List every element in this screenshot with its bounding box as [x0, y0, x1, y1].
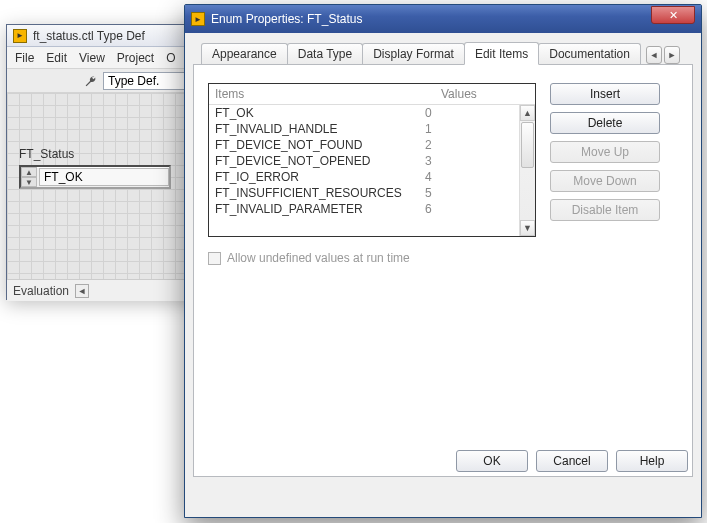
side-buttons: Insert Delete Move Up Move Down Disable … — [550, 83, 660, 221]
allow-undefined-row[interactable]: Allow undefined values at run time — [208, 251, 678, 265]
ok-button[interactable]: OK — [456, 450, 528, 472]
tab-spinner[interactable]: ◄ ► — [646, 46, 680, 64]
tab-edit-items[interactable]: Edit Items — [464, 42, 539, 65]
tab-spin-left-icon[interactable]: ◄ — [646, 46, 662, 64]
items-header-items: Items — [209, 84, 435, 104]
scroll-left-icon[interactable]: ◄ — [75, 284, 89, 298]
table-row: FT_DEVICE_NOT_FOUND2 — [209, 137, 519, 153]
items-header-values: Values — [435, 84, 535, 104]
menu-file[interactable]: File — [15, 51, 34, 65]
menu-truncated[interactable]: O — [166, 51, 175, 65]
menu-view[interactable]: View — [79, 51, 105, 65]
table-row: FT_DEVICE_NOT_OPENED3 — [209, 153, 519, 169]
disable-item-button[interactable]: Disable Item — [550, 199, 660, 221]
table-row: FT_INVALID_HANDLE1 — [209, 121, 519, 137]
tab-page-edit-items: Items Values FT_OK0 FT_INVALID_HANDLE1 F… — [193, 65, 693, 477]
enum-dec-icon[interactable]: ▼ — [21, 177, 37, 187]
table-row: FT_INSUFFICIENT_RESOURCES5 — [209, 185, 519, 201]
items-scrollbar[interactable]: ▲ ▼ — [519, 105, 535, 236]
typedef-title: ft_status.ctl Type Def — [33, 29, 145, 43]
table-row: FT_IO_ERROR4 — [209, 169, 519, 185]
items-listbox[interactable]: Items Values FT_OK0 FT_INVALID_HANDLE1 F… — [208, 83, 536, 237]
help-button[interactable]: Help — [616, 450, 688, 472]
dialog-body: Appearance Data Type Display Format Edit… — [193, 41, 693, 509]
menu-edit[interactable]: Edit — [46, 51, 67, 65]
labview-icon — [13, 29, 27, 43]
scroll-up-icon[interactable]: ▲ — [520, 105, 535, 121]
close-button[interactable]: ✕ — [651, 6, 695, 24]
enum-properties-dialog: Enum Properties: FT_Status ✕ Appearance … — [184, 4, 702, 518]
typedef-mode-label: Type Def. — [108, 74, 159, 88]
allow-undefined-checkbox[interactable] — [208, 252, 221, 265]
enum-inc-icon[interactable]: ▲ — [21, 167, 37, 177]
enum-control-value[interactable]: FT_OK — [39, 168, 169, 186]
dialog-title: Enum Properties: FT_Status — [211, 12, 362, 26]
tab-spin-right-icon[interactable]: ► — [664, 46, 680, 64]
labview-icon — [191, 12, 205, 26]
close-icon: ✕ — [669, 9, 678, 22]
tab-display-format[interactable]: Display Format — [362, 43, 465, 64]
table-row: FT_INVALID_PARAMETER6 — [209, 201, 519, 217]
cancel-button[interactable]: Cancel — [536, 450, 608, 472]
tab-documentation[interactable]: Documentation — [538, 43, 641, 64]
enum-incdec[interactable]: ▲ ▼ — [21, 167, 37, 187]
allow-undefined-label: Allow undefined values at run time — [227, 251, 410, 265]
items-rows[interactable]: FT_OK0 FT_INVALID_HANDLE1 FT_DEVICE_NOT_… — [209, 105, 519, 236]
tab-appearance[interactable]: Appearance — [201, 43, 288, 64]
enum-control-label[interactable]: FT_Status — [19, 147, 74, 161]
move-up-button[interactable]: Move Up — [550, 141, 660, 163]
menu-project[interactable]: Project — [117, 51, 154, 65]
scroll-thumb[interactable] — [521, 122, 534, 168]
enum-control[interactable]: ▲ ▼ FT_OK — [19, 165, 171, 189]
status-text: Evaluation — [13, 284, 69, 298]
delete-button[interactable]: Delete — [550, 112, 660, 134]
tabstrip: Appearance Data Type Display Format Edit… — [193, 41, 693, 65]
wrench-icon — [83, 74, 97, 88]
table-row: FT_OK0 — [209, 105, 519, 121]
items-header: Items Values — [209, 84, 535, 105]
insert-button[interactable]: Insert — [550, 83, 660, 105]
tab-data-type[interactable]: Data Type — [287, 43, 363, 64]
scroll-down-icon[interactable]: ▼ — [520, 220, 535, 236]
dialog-titlebar[interactable]: Enum Properties: FT_Status ✕ — [185, 5, 701, 33]
dialog-footer: OK Cancel Help — [452, 444, 692, 476]
move-down-button[interactable]: Move Down — [550, 170, 660, 192]
